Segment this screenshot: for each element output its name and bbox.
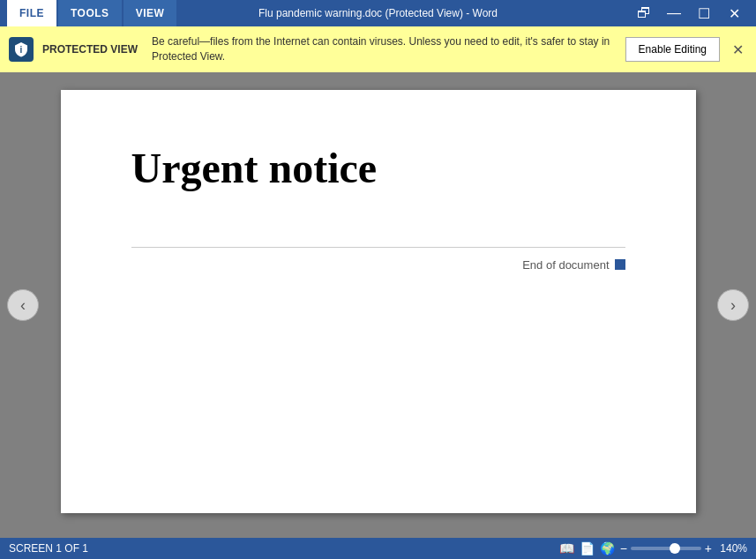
right-arrow-icon: › bbox=[730, 296, 736, 315]
status-right: 📖 📄 🌍 − + 140% bbox=[559, 541, 747, 555]
tab-group: FILE TOOLS VIEW bbox=[7, 0, 176, 26]
window-title: Flu pandemic warning.doc (Protected View… bbox=[258, 7, 498, 19]
zoom-percent: 140% bbox=[715, 542, 747, 555]
zoom-minus-button[interactable]: − bbox=[620, 541, 627, 555]
protected-view-bar: i PROTECTED VIEW Be careful—files from t… bbox=[0, 26, 756, 72]
nav-arrow-right[interactable]: › bbox=[717, 289, 749, 321]
tab-file[interactable]: FILE bbox=[7, 0, 56, 26]
document-title: Urgent notice bbox=[131, 143, 625, 194]
zoom-bar: − + 140% bbox=[620, 541, 747, 555]
screen-info: SCREEN 1 OF 1 bbox=[9, 542, 88, 555]
status-bar: SCREEN 1 OF 1 📖 📄 🌍 − + 140% bbox=[0, 538, 756, 559]
tab-tools[interactable]: TOOLS bbox=[58, 0, 122, 26]
document-page: Urgent notice End of document bbox=[61, 90, 696, 513]
enable-editing-button[interactable]: Enable Editing bbox=[625, 37, 720, 62]
print-layout-icon[interactable]: 📄 bbox=[580, 541, 595, 555]
nav-arrow-left[interactable]: ‹ bbox=[7, 289, 39, 321]
tab-view[interactable]: VIEW bbox=[124, 0, 177, 26]
zoom-thumb[interactable] bbox=[670, 543, 680, 554]
read-mode-icon[interactable]: 📖 bbox=[559, 541, 574, 555]
title-bar: FILE TOOLS VIEW Flu pandemic warning.doc… bbox=[0, 0, 756, 26]
protected-icon: i bbox=[9, 37, 34, 62]
restore-button[interactable]: 🗗 bbox=[629, 0, 659, 26]
maximize-button[interactable]: ☐ bbox=[689, 0, 719, 26]
minimize-button[interactable]: ― bbox=[659, 0, 689, 26]
end-of-document: End of document bbox=[131, 258, 625, 272]
zoom-track[interactable] bbox=[631, 547, 701, 550]
left-arrow-icon: ‹ bbox=[20, 296, 26, 315]
page-divider bbox=[131, 247, 625, 248]
svg-text:i: i bbox=[20, 45, 23, 55]
end-of-document-marker bbox=[615, 259, 625, 270]
close-button[interactable]: ✕ bbox=[719, 0, 749, 26]
web-layout-icon[interactable]: 🌍 bbox=[600, 541, 615, 555]
protected-message: Be careful—files from the Internet can c… bbox=[152, 34, 617, 64]
document-area: Urgent notice End of document ‹ › bbox=[0, 72, 756, 538]
end-of-document-label: End of document bbox=[522, 258, 609, 272]
zoom-plus-button[interactable]: + bbox=[705, 541, 712, 555]
protected-label: PROTECTED VIEW bbox=[42, 43, 138, 56]
protected-bar-close-button[interactable]: ✕ bbox=[729, 40, 747, 60]
window-controls: 🗗 ― ☐ ✕ bbox=[629, 0, 749, 26]
